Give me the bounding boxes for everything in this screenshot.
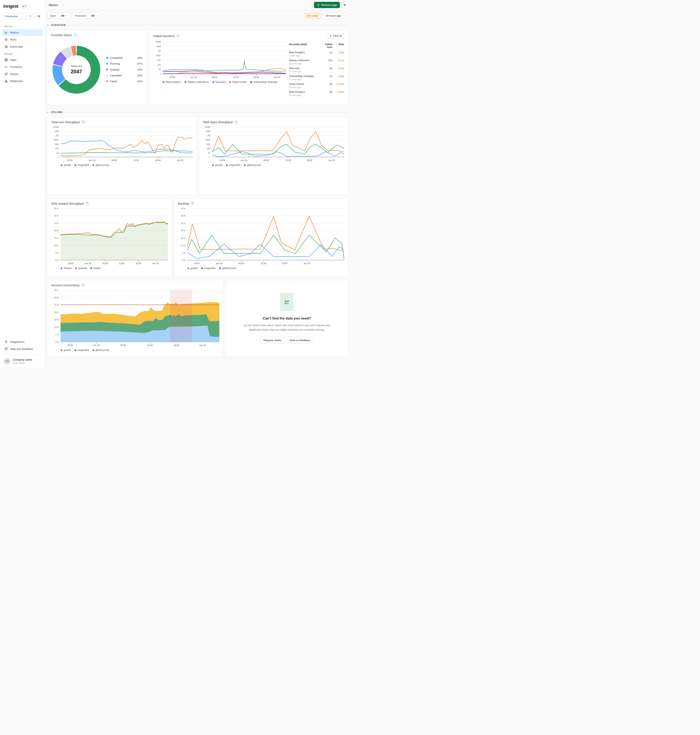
volume-section-header[interactable]: ▼ VOLUME (47, 111, 349, 113)
request-charts-button[interactable]: Request charts (260, 337, 284, 343)
time-range-select[interactable]: 24 hours ago (323, 13, 348, 19)
chart-glyph-icon (284, 299, 290, 305)
card-title: Total runs throughput (51, 120, 80, 124)
help-icon[interactable]: ? (74, 34, 77, 37)
table-row[interactable]: Onboarding campaign22 mins ago100.5% (289, 75, 344, 81)
help-icon[interactable]: ? (81, 284, 85, 287)
table-row[interactable]: Deploy notification10 mins ago7000.1% (289, 59, 344, 65)
chart-plot-area (60, 208, 168, 260)
ytick-label: 10K (55, 143, 59, 146)
legend-item[interactable]: growth (60, 164, 71, 166)
legend-item[interactable]: Started (60, 267, 72, 270)
legend-item[interactable]: Ended (90, 267, 100, 270)
sidebar-item-help-feedback[interactable]: Help and feedback (3, 346, 43, 352)
give-feedback-button[interactable]: Give us feedback (287, 337, 313, 343)
ytick-label: 10 K (181, 244, 185, 246)
legend-item[interactable]: inngestbot (201, 267, 216, 270)
xtick-label: 18:00 (219, 159, 225, 162)
legend-item[interactable]: growth (60, 349, 71, 352)
ytick-label: 20 K (54, 229, 59, 232)
xtick-label: 18:00 (307, 159, 312, 162)
environment-select[interactable]: Production (3, 13, 34, 19)
legend-item[interactable]: Failed10% (106, 80, 143, 83)
legend-item[interactable]: github-pr-bot (93, 164, 109, 166)
settings-button[interactable] (341, 2, 348, 8)
legend-item[interactable]: Onboarding campaign (250, 81, 277, 84)
sidebar-item-metrics[interactable]: Metrics (3, 29, 43, 36)
help-icon[interactable]: ? (82, 121, 85, 124)
legend-item[interactable]: github-pr-bot (244, 164, 261, 166)
sidebar-item-runs[interactable]: Runs (3, 36, 43, 43)
ytick-label: 100 (55, 147, 59, 150)
legend-item[interactable]: Completed24% (106, 56, 143, 59)
failed-functions-card: Failed functions ? View all 100M10M1M100… (149, 30, 349, 105)
xtick-label: 18:00 (135, 262, 141, 265)
sidebar-item-apps[interactable]: Apps (3, 56, 43, 63)
ytick-label: 5 K (55, 252, 59, 254)
legend-item[interactable]: growth (187, 267, 198, 270)
help-icon[interactable]: ? (176, 34, 179, 37)
sidebar: inngest ⌘ K Production Monitor Metrics R… (0, 0, 46, 367)
legend-item[interactable]: Running47% (106, 62, 143, 65)
sidebar-item-functions[interactable]: Functions (3, 63, 43, 70)
total-runs-chart: 100M10M1M100K10K10010118:00Jun 1906:0012… (51, 127, 193, 166)
legend-item[interactable]: New lead (212, 81, 225, 84)
ytick-label: 1M (207, 134, 210, 137)
refresh-page-button[interactable]: Refresh page (314, 2, 340, 8)
card-title: Backlog (178, 202, 189, 205)
table-header: Rate (332, 43, 344, 49)
apps-filter[interactable]: Apps All (47, 13, 70, 19)
donut-center-label: Total runs (71, 65, 82, 68)
sidebar-item-webhooks[interactable]: Webhooks (3, 78, 43, 84)
overview-section-header[interactable]: ▼ OVERVIEW (47, 24, 349, 27)
ytick-label: 1 (209, 156, 210, 158)
filter-bar: Apps All Functions All 15m delay 24 hour… (46, 10, 350, 19)
env-filter-button[interactable] (35, 13, 42, 19)
legend-item[interactable]: Stripe invoice (229, 81, 247, 84)
ytick-label: 100M (155, 41, 161, 43)
chart-plot-area (163, 42, 286, 74)
log-search-icon (4, 45, 8, 49)
arrow-up-right-icon (329, 35, 332, 37)
table-row[interactable]: Web Analytics5 mins ago100.5% (289, 51, 344, 57)
legend-item[interactable]: inngestbot (75, 349, 89, 352)
ytick-label: 100M (53, 126, 59, 128)
xtick-label: 12:00 (261, 262, 266, 265)
xtick-label: 06:00 (238, 262, 244, 265)
command-k-shortcut[interactable]: ⌘ K (20, 4, 28, 8)
sidebar-item-integrations[interactable]: Integrations (3, 339, 43, 345)
legend-item[interactable]: inngestbot (75, 164, 89, 166)
legend-item[interactable]: Queued15% (106, 68, 143, 71)
collapse-triangle-icon: ▼ (47, 111, 49, 113)
help-icon[interactable]: ? (86, 202, 89, 205)
legend-item[interactable]: inngestbot (226, 164, 240, 166)
legend-item[interactable]: github-pr-bot (219, 267, 236, 270)
legend-item[interactable]: growth (212, 164, 222, 166)
ytick-label: 100K (205, 138, 210, 141)
xtick-label: Jun 20 (199, 344, 206, 346)
legend-item[interactable]: Web Analytics (163, 81, 181, 84)
functions-filter[interactable]: Functions All (72, 13, 100, 19)
sdk-request-card: SDK request throughput ? 35 K30 K25 K20 … (47, 198, 172, 277)
xtick-label: 06:00 (112, 159, 117, 162)
table-row[interactable]: Stripe invoice25 mins ago600.07% (289, 82, 344, 88)
legend-item[interactable]: Cancelled10% (106, 74, 143, 77)
sidebar-item-event-logs[interactable]: Event logs (3, 43, 43, 50)
legend-item[interactable]: Queued (75, 267, 87, 270)
xtick-label: Jun 19 (216, 262, 222, 265)
sidebar-item-events[interactable]: Events (3, 71, 43, 77)
chevron-down-icon (343, 15, 346, 17)
table-row[interactable]: New lead20 mins ago400.3% (289, 67, 344, 73)
donut-legend: Completed24% Running47% Queued15% Cancel… (106, 56, 143, 83)
xtick-label: 12:00 (147, 344, 153, 346)
help-icon[interactable]: ? (235, 121, 238, 124)
legend-item[interactable]: Deploy notifications (185, 81, 209, 84)
gear-icon (343, 3, 347, 7)
account-switcher[interactable]: CN Company name User name (3, 357, 43, 365)
help-icon[interactable]: ? (191, 202, 194, 205)
legend-item[interactable]: github-pr-bot (93, 349, 109, 352)
sidebar-nav: Monitor Metrics Runs Event logs Manage A… (0, 19, 45, 339)
xtick-label: Jun 20 (303, 262, 310, 265)
view-all-button[interactable]: View all (327, 33, 344, 38)
table-row[interactable]: Web Analytics35 mins ago501.67% (289, 91, 344, 96)
